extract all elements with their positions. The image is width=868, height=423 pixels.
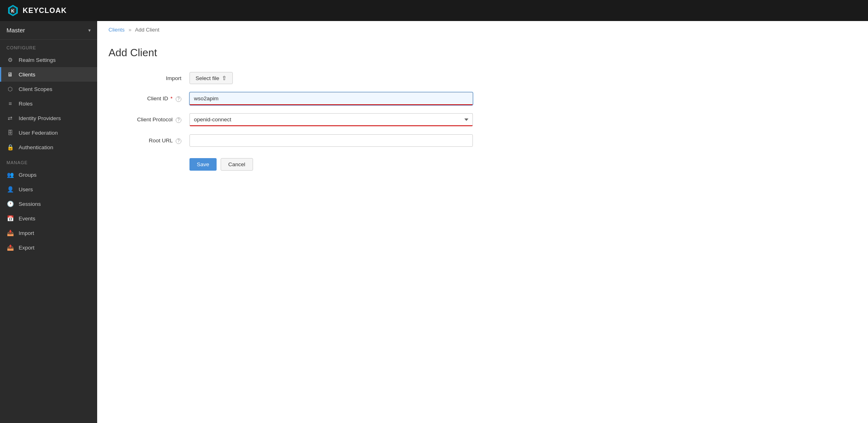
root-url-control bbox=[189, 134, 473, 147]
import-control: Select file ⇧ bbox=[189, 72, 473, 84]
add-client-form: Import Select file ⇧ Client ID * ? bbox=[108, 72, 473, 171]
sidebar-item-label: Realm Settings bbox=[19, 57, 56, 63]
sidebar-item-label: User Federation bbox=[19, 130, 58, 136]
root-url-help-icon[interactable]: ? bbox=[176, 138, 181, 144]
sidebar-item-label: Groups bbox=[19, 172, 36, 178]
sidebar-item-realm-settings[interactable]: ⚙ Realm Settings bbox=[0, 53, 97, 67]
page-content: Add Client Import Select file ⇧ Clie bbox=[97, 38, 868, 179]
sidebar-item-identity-providers[interactable]: ⇄ Identity Providers bbox=[0, 111, 97, 125]
client-scopes-icon: ⬡ bbox=[6, 86, 14, 92]
identity-providers-icon: ⇄ bbox=[6, 115, 14, 121]
roles-icon: ≡ bbox=[6, 100, 14, 107]
select-file-label: Select file bbox=[196, 75, 219, 81]
user-federation-icon: 🗄 bbox=[6, 129, 14, 136]
svg-text:K: K bbox=[11, 8, 15, 13]
realm-name: Master bbox=[6, 27, 25, 34]
sidebar-item-label: Client Scopes bbox=[19, 86, 52, 92]
client-id-help-icon[interactable]: ? bbox=[176, 96, 181, 102]
sidebar-item-client-scopes[interactable]: ⬡ Client Scopes bbox=[0, 82, 97, 96]
client-id-control bbox=[189, 92, 473, 105]
upload-icon: ⇧ bbox=[222, 75, 227, 81]
client-protocol-select[interactable]: openid-connect saml bbox=[189, 113, 473, 126]
sidebar-item-label: Clients bbox=[19, 72, 35, 78]
realm-chevron-icon: ▾ bbox=[88, 27, 91, 33]
keycloak-logo-icon: K bbox=[6, 4, 19, 17]
brand-name: KEYCLOAK bbox=[23, 6, 67, 15]
root-url-row: Root URL ? bbox=[108, 134, 473, 147]
breadcrumb: Clients » Add Client bbox=[97, 21, 868, 38]
events-icon: 📅 bbox=[6, 215, 14, 222]
sidebar-item-label: Authentication bbox=[19, 144, 53, 150]
client-id-required: * bbox=[170, 95, 172, 102]
save-button[interactable]: Save bbox=[189, 158, 217, 171]
realm-settings-icon: ⚙ bbox=[6, 57, 14, 63]
clients-icon: 🖥 bbox=[6, 71, 14, 78]
sidebar-item-label: Users bbox=[19, 186, 33, 192]
import-icon: 📥 bbox=[6, 230, 14, 236]
sidebar-item-import[interactable]: 📥 Import bbox=[0, 226, 97, 240]
client-protocol-label: Client Protocol ? bbox=[108, 113, 189, 123]
export-icon: 📤 bbox=[6, 244, 14, 251]
cancel-button[interactable]: Cancel bbox=[221, 158, 253, 171]
sidebar-item-label: Sessions bbox=[19, 201, 41, 207]
manage-section-label: Manage bbox=[0, 154, 97, 167]
sidebar-item-label: Events bbox=[19, 216, 35, 222]
sidebar-item-clients[interactable]: 🖥 Clients bbox=[0, 67, 97, 82]
client-protocol-control: openid-connect saml bbox=[189, 113, 473, 126]
sidebar-item-user-federation[interactable]: 🗄 User Federation bbox=[0, 125, 97, 140]
import-label: Import bbox=[108, 72, 189, 81]
import-row: Import Select file ⇧ bbox=[108, 72, 473, 84]
sidebar-item-groups[interactable]: 👥 Groups bbox=[0, 167, 97, 182]
root-url-label: Root URL ? bbox=[108, 134, 189, 144]
client-id-input[interactable] bbox=[189, 92, 473, 105]
breadcrumb-parent[interactable]: Clients bbox=[108, 27, 125, 33]
breadcrumb-separator: » bbox=[128, 27, 131, 33]
topbar: K KEYCLOAK bbox=[0, 0, 868, 21]
sidebar-item-export[interactable]: 📤 Export bbox=[0, 240, 97, 255]
sidebar-item-sessions[interactable]: 🕐 Sessions bbox=[0, 197, 97, 211]
sessions-icon: 🕐 bbox=[6, 201, 14, 207]
sidebar-item-authentication[interactable]: 🔒 Authentication bbox=[0, 140, 97, 154]
client-id-label: Client ID * ? bbox=[108, 92, 189, 102]
root-url-input[interactable] bbox=[189, 134, 473, 147]
sidebar-item-label: Export bbox=[19, 245, 34, 251]
sidebar-item-label: Roles bbox=[19, 101, 33, 107]
users-icon: 👤 bbox=[6, 186, 14, 192]
realm-selector[interactable]: Master ▾ bbox=[0, 21, 97, 40]
page-title: Add Client bbox=[108, 47, 857, 59]
select-file-button[interactable]: Select file ⇧ bbox=[189, 72, 233, 84]
client-protocol-row: Client Protocol ? openid-connect saml bbox=[108, 113, 473, 126]
sidebar-item-users[interactable]: 👤 Users bbox=[0, 182, 97, 197]
groups-icon: 👥 bbox=[6, 171, 14, 178]
form-actions: Save Cancel bbox=[108, 158, 473, 171]
breadcrumb-current: Add Client bbox=[135, 27, 160, 33]
sidebar-item-events[interactable]: 📅 Events bbox=[0, 211, 97, 226]
sidebar-item-roles[interactable]: ≡ Roles bbox=[0, 96, 97, 111]
sidebar-item-label: Identity Providers bbox=[19, 115, 61, 121]
authentication-icon: 🔒 bbox=[6, 144, 14, 150]
sidebar-item-label: Import bbox=[19, 230, 34, 236]
main-content: Clients » Add Client Add Client Import S… bbox=[97, 21, 868, 423]
sidebar: Master ▾ Configure ⚙ Realm Settings 🖥 Cl… bbox=[0, 21, 97, 423]
configure-section-label: Configure bbox=[0, 40, 97, 53]
brand-logo: K KEYCLOAK bbox=[6, 4, 67, 17]
client-protocol-help-icon[interactable]: ? bbox=[176, 117, 181, 123]
client-id-row: Client ID * ? bbox=[108, 92, 473, 105]
